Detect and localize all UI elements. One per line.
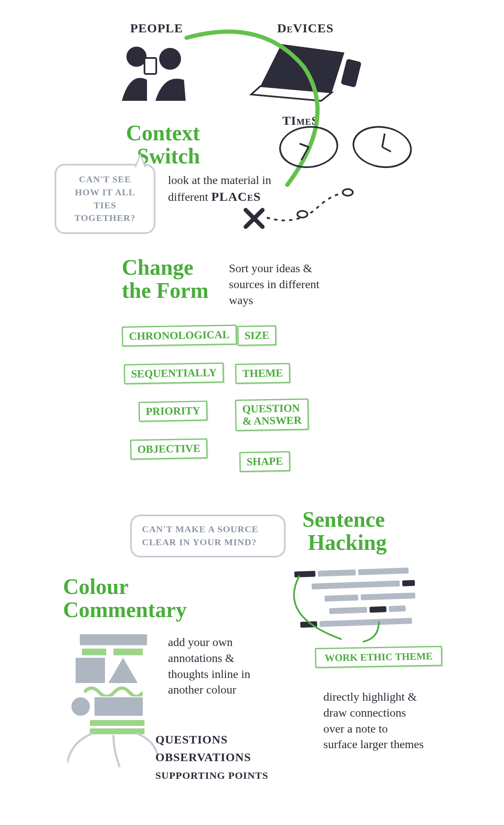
tag-shape: SHAPE	[239, 451, 291, 472]
title-line: the Form	[122, 279, 208, 302]
change-form-body: Sort your ideas & sources in different w…	[229, 260, 334, 308]
title-line: Commentary	[63, 598, 187, 622]
tag-question-answer: QUESTION & ANSWER	[235, 398, 309, 431]
label-people: PEOPLE	[130, 21, 183, 35]
tag-objective: OBJECTIVE	[130, 438, 208, 460]
tag-chronological: CHRONOLOGICAL	[122, 325, 237, 347]
tag-work-ethic: WORK ETHIC THEME	[315, 646, 443, 668]
tag-priority: PRIORITY	[139, 401, 208, 422]
title-line: Sentence	[302, 507, 385, 531]
clock-icon	[349, 126, 415, 168]
list-item: QUESTIONS	[155, 733, 228, 746]
commentary-shapes-icon	[71, 634, 164, 739]
tag-text: WORK ETHIC THEME	[325, 651, 433, 663]
title-line: Colour	[63, 575, 129, 599]
svg-point-0	[126, 47, 147, 67]
bubble-clear-mind: CAN'T MAKE A SOURCE CLEAR IN YOUR MIND?	[130, 515, 286, 557]
tag-theme: THEME	[235, 363, 291, 384]
tag-line: QUESTION	[242, 402, 300, 415]
sentence-hacking-body: directly highlight & draw connections ov…	[323, 689, 424, 752]
places-trail-icon	[239, 185, 357, 235]
tag-size: SIZE	[237, 325, 277, 346]
bubble-text: CAN'T SEE HOW IT ALL TIES TOGETHER?	[74, 174, 136, 223]
svg-point-7	[343, 189, 353, 196]
bubble-ties-together: CAN'T SEE HOW IT ALL TIES TOGETHER?	[55, 164, 155, 234]
colour-commentary-title: Colour Commentary	[63, 575, 187, 621]
colour-commentary-body: add your own annotations & thoughts inli…	[168, 634, 269, 698]
tag-line: & ANSWER	[242, 414, 302, 427]
title-line: Change	[122, 255, 193, 279]
title-line: Context	[126, 121, 200, 145]
sentence-hacking-title: Sentence Hacking	[302, 508, 387, 554]
highlighted-lines-icon	[293, 565, 433, 632]
svg-rect-2	[144, 58, 156, 74]
list-item: OBSERVATIONS	[155, 751, 251, 764]
tag-sequentially: SEQUENTIALLY	[124, 363, 224, 384]
title-line: Hacking	[308, 531, 387, 554]
list-item: SUPPORTING POINTS	[155, 770, 268, 781]
bubble-text: CAN'T MAKE A SOURCE CLEAR IN YOUR MIND?	[142, 524, 258, 547]
commentary-list: QUESTIONS OBSERVATIONS SUPPORTING POINTS	[155, 731, 268, 784]
arc-connector	[178, 25, 354, 193]
change-form-title: Change the Form	[122, 256, 208, 302]
svg-point-6	[297, 211, 307, 218]
